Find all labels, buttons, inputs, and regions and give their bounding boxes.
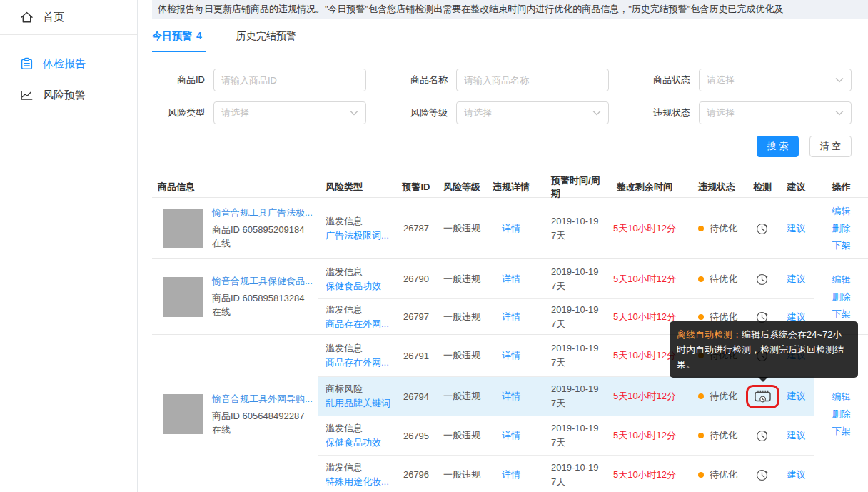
risk-level: 一般违规 [437,390,487,403]
warning-id: 26795 [395,431,437,441]
suggest-link[interactable]: 建议 [787,311,806,322]
risk-level-select[interactable]: 请选择 [456,101,609,124]
clock-history-icon[interactable] [755,428,770,443]
clock-history-icon[interactable] [755,271,770,287]
suggest-link[interactable]: 建议 [787,391,806,401]
sidebar-item-label: 体检报告 [43,57,86,71]
risk-subtype-link[interactable]: 商品存在外网... [326,356,395,370]
product-name-link[interactable]: 愉音合规工具外网导购... [212,393,313,406]
detail-link[interactable]: 详情 [502,391,520,401]
product-group: 愉音合规工具外网导购... 商品ID 605648492287 在线 滥发信息 … [152,335,868,492]
detail-link[interactable]: 详情 [502,350,520,361]
product-name-link[interactable]: 愉音合规工具广告法极... [212,206,313,219]
suggest-link[interactable]: 建议 [787,469,806,480]
edit-link[interactable]: 编辑 [832,271,851,288]
chevron-down-icon [350,110,358,116]
clear-button[interactable]: 清 空 [809,136,852,157]
edit-link[interactable]: 编辑 [832,388,851,406]
status-text: 待优化 [710,273,737,286]
product-info-cell: 愉音合规工具广告法极... 商品ID 605895209184 在线 [152,198,318,258]
warning-id: 26794 [395,391,437,402]
product-info-cell: 愉音合规工具外网导购... 商品ID 605648492287 在线 [152,335,318,492]
filter-label-risk-level: 风险等级 [395,106,448,119]
warning-date: 2019-10-19 [551,421,607,436]
sidebar-item-report[interactable]: 体检报告 [0,48,137,79]
tab-today-warnings[interactable]: 今日预警 4 [152,27,202,51]
detail-link[interactable]: 详情 [502,223,520,234]
warning-id: 26790 [395,273,437,284]
sidebar-item-label: 首页 [43,11,64,24]
violation-status-select[interactable]: 请选择 [699,101,852,124]
sidebar-item-risk[interactable]: 风险预警 [0,79,137,111]
sidebar-item-label: 风险预警 [43,89,86,102]
search-button[interactable]: 搜 索 [757,136,799,157]
warning-id: 26787 [395,223,437,234]
warning-date: 2019-10-19 [551,341,607,356]
detail-link[interactable]: 详情 [502,469,520,480]
risk-category: 商标风险 [326,382,395,396]
suggest-link[interactable]: 建议 [787,273,806,284]
delete-link[interactable]: 删除 [832,220,851,237]
product-id-input[interactable] [213,69,366,91]
product-status-select[interactable]: 请选择 [699,69,852,91]
unlist-link[interactable]: 下架 [832,237,851,254]
risk-subtype-link[interactable]: 特殊用途化妆... [326,475,395,489]
actions-cell: 编辑 删除 下架 [814,198,868,258]
product-name-input[interactable] [456,69,609,91]
status-dot-icon [698,276,704,282]
suggest-link[interactable]: 建议 [787,223,806,234]
warning-period: 7天 [551,317,607,331]
delete-link[interactable]: 删除 [832,288,851,306]
risk-category: 滥发信息 [326,265,395,279]
product-name-link[interactable]: 愉音合规工具保健食品... [212,275,313,288]
risk-subtype-link[interactable]: 乱用品牌关键词 [326,396,395,411]
clock-history-icon[interactable] [755,467,770,483]
detail-link[interactable]: 详情 [502,430,520,441]
table-row: 滥发信息 特殊用途化妆... 26796 一般违规 详情 2019-10-19 … [318,455,814,492]
chevron-down-icon [835,110,844,116]
risk-category: 滥发信息 [326,421,395,436]
risk-subtype-link[interactable]: 保健食品功效 [326,436,395,450]
chevron-down-icon [592,110,601,116]
status-dot-icon [698,433,704,438]
clock-history-icon[interactable] [755,221,770,236]
risk-subtype-link[interactable]: 广告法极限词... [326,229,395,243]
status-dot-icon [698,472,704,478]
unlist-link[interactable]: 下架 [832,423,851,440]
product-thumbnail[interactable] [163,394,203,434]
risk-subtype-link[interactable]: 商品存在外网... [326,317,395,331]
detect-cell-offline: 离线自动检测：编辑后系统会在24~72小时内自动进行检测，检测完后返回检测结果。 [747,385,778,408]
offline-detect-icon[interactable] [754,389,772,404]
tooltip-arrow [758,377,768,382]
warning-date: 2019-10-19 [551,303,607,317]
risk-subtype-link[interactable]: 保健食品功效 [326,279,395,293]
unlist-link[interactable]: 下架 [832,306,851,323]
filter-panel: 商品ID 商品名称 商品状态 请选择 风险类型 请选择 [152,69,852,157]
home-icon [19,9,34,25]
product-group: 愉音合规工具广告法极... 商品ID 605895209184 在线 滥发信息 … [152,198,868,259]
detail-link[interactable]: 详情 [502,273,520,284]
status-text: 待优化 [710,222,737,235]
risk-level: 一般违规 [437,349,487,362]
remaining-time: 5天10小时12分 [607,390,682,403]
suggest-link[interactable]: 建议 [787,430,806,441]
risk-category: 滥发信息 [326,461,395,475]
status-text: 待优化 [710,468,737,481]
tab-history-warnings[interactable]: 历史完结预警 [236,27,296,51]
delete-link[interactable]: 删除 [832,406,851,423]
risk-type-select[interactable]: 请选择 [213,101,366,124]
status-text: 待优化 [710,429,737,442]
table-row: 滥发信息 保健食品功效 26795 一般违规 详情 2019-10-19 7天 … [318,416,814,455]
banner-text: 体检报告每日更新店铺商品的违规情况。"今日预警"包含您店铺检测出需要在整改结束时… [158,3,783,16]
product-thumbnail[interactable] [163,209,203,248]
sidebar-item-home[interactable]: 首页 [0,1,137,33]
product-thumbnail[interactable] [163,277,203,317]
sidebar-divider [0,34,137,35]
detail-link[interactable]: 详情 [502,311,520,322]
warning-table: 商品信息 风险类型 预警ID 风险等级 违规详情 预警时间/周期 整改剩余时间 … [152,174,868,492]
product-id: 商品ID 605648492287 [212,409,313,423]
warning-period: 7天 [551,279,607,293]
risk-category: 滥发信息 [326,341,395,356]
edit-link[interactable]: 编辑 [832,203,851,220]
warning-id: 26797 [395,311,437,322]
